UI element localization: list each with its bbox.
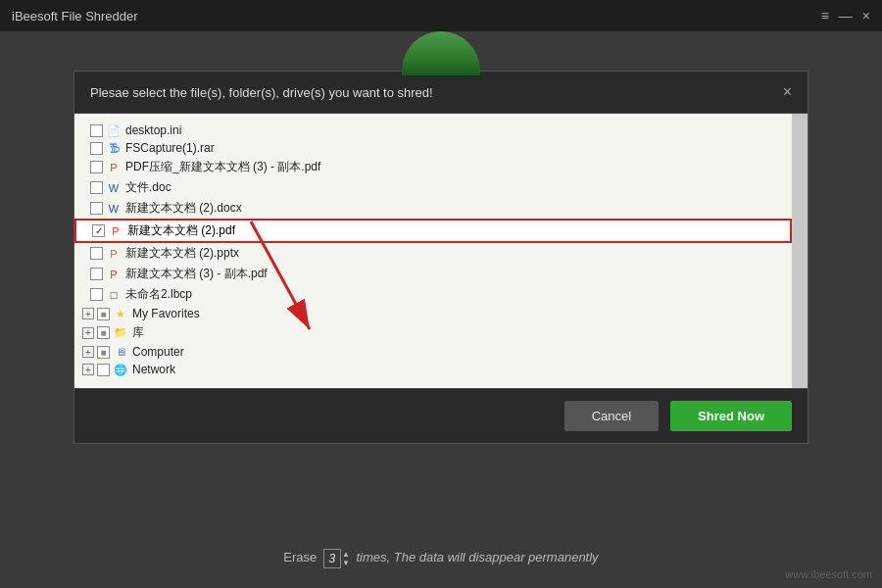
checkbox-computer[interactable]: ■: [97, 346, 110, 359]
checkbox-network[interactable]: [97, 364, 110, 376]
pdf-icon-3: P: [106, 268, 122, 281]
checkbox-library[interactable]: ■: [97, 326, 110, 339]
checkbox-xinjian2-docx[interactable]: [90, 202, 103, 215]
label-network: Network: [132, 363, 175, 376]
label-unnamed-lbcp: 未命名2.lbcp: [125, 286, 192, 303]
app-title: iBeesoft File Shredder: [12, 9, 138, 24]
tree-item-desktop-ini[interactable]: 📄 desktop.ini: [74, 122, 792, 139]
menu-icon[interactable]: ≡: [821, 8, 829, 24]
minimize-icon[interactable]: —: [839, 8, 853, 24]
app-background: Plesae select the file(s), folder(s), dr…: [0, 31, 882, 588]
file-select-dialog: Plesae select the file(s), folder(s), dr…: [74, 71, 808, 444]
tree-item-wenjian-doc[interactable]: W 文件.doc: [74, 177, 792, 198]
checkbox-my-favorites[interactable]: ■: [97, 308, 110, 320]
computer-icon: 🖥: [113, 345, 128, 359]
shred-now-button[interactable]: Shred Now: [670, 401, 792, 431]
label-xinjian3-pdf: 新建文本文档 (3) - 副本.pdf: [125, 266, 268, 282]
label-wenjian-doc: 文件.doc: [125, 179, 172, 196]
bottom-text: Erase 3 ▲ ▼ times, The data will disappe…: [0, 549, 882, 568]
pdf-icon-selected: P: [108, 224, 123, 238]
expand-library[interactable]: +: [82, 327, 94, 339]
checkbox-wenjian-doc[interactable]: [90, 181, 103, 194]
pptx-icon: P: [106, 247, 122, 261]
tree-item-xinjian3-pdf[interactable]: P 新建文本文档 (3) - 副本.pdf: [74, 264, 792, 284]
label-library: 库: [132, 324, 144, 341]
window-controls[interactable]: ≡ — ×: [821, 8, 870, 24]
tree-item-xinjian2-pptx[interactable]: P 新建文本文档 (2).pptx: [74, 243, 792, 264]
label-fscapture: FSCapture(1).rar: [125, 141, 215, 155]
network-icon: 🌐: [113, 363, 128, 376]
erase-value[interactable]: 3: [323, 549, 341, 568]
tree-item-library[interactable]: + ■ 📁 库: [74, 322, 792, 343]
dialog-close-button[interactable]: ×: [783, 83, 792, 101]
checkbox-xinjian3-pdf[interactable]: [90, 268, 103, 280]
checkbox-xinjian2-pdf[interactable]: ✓: [92, 224, 105, 237]
tree-item-pdf-compress[interactable]: P PDF压缩_新建文本文档 (3) - 副本.pdf: [74, 157, 792, 177]
dialog-header-text: Plesae select the file(s), folder(s), dr…: [90, 85, 433, 100]
pdf-icon-1: P: [106, 161, 122, 174]
label-xinjian2-pptx: 新建文本文档 (2).pptx: [125, 245, 239, 262]
label-desktop-ini: desktop.ini: [125, 123, 181, 137]
expand-computer[interactable]: +: [82, 346, 94, 358]
label-xinjian2-docx: 新建文本文档 (2).docx: [125, 200, 242, 217]
close-icon[interactable]: ×: [862, 8, 870, 24]
checkbox-unnamed-lbcp[interactable]: [90, 288, 103, 301]
expand-my-favorites[interactable]: +: [82, 308, 94, 319]
label-xinjian2-pdf: 新建文本文档 (2).pdf: [127, 222, 235, 239]
erase-increment[interactable]: ▲: [342, 550, 350, 559]
tree-item-xinjian2-pdf[interactable]: ✓ P 新建文本文档 (2).pdf: [74, 219, 792, 243]
tree-item-my-favorites[interactable]: + ■ ★ My Favorites: [74, 305, 792, 322]
tree-item-unnamed-lbcp[interactable]: □ 未命名2.lbcp: [74, 284, 792, 305]
shredder-icon: [402, 31, 480, 75]
label-computer: Computer: [132, 345, 184, 359]
doc-icon-1: W: [106, 181, 122, 195]
label-my-favorites: My Favorites: [132, 307, 200, 320]
dialog-header: Plesae select the file(s), folder(s), dr…: [74, 72, 808, 114]
checkbox-pdf-compress[interactable]: [90, 161, 103, 173]
erase-decrement[interactable]: ▼: [342, 559, 350, 567]
expand-network[interactable]: +: [82, 364, 94, 375]
checkbox-desktop-ini[interactable]: [90, 124, 103, 137]
tree-item-computer[interactable]: + ■ 🖥 Computer: [74, 343, 792, 361]
ini-icon: 📄: [106, 123, 122, 137]
shredder-icon-wrapper: [402, 31, 480, 75]
rar-icon: 🗜: [106, 141, 122, 155]
dialog-footer: Cancel Shred Now: [74, 388, 808, 443]
watermark: www.ibeesoft.com: [785, 568, 872, 580]
star-icon: ★: [113, 307, 128, 320]
checkbox-xinjian2-pptx[interactable]: [90, 247, 103, 260]
checkbox-fscapture[interactable]: [90, 142, 103, 155]
title-bar: iBeesoft File Shredder ≡ — ×: [0, 0, 882, 31]
lbcp-icon: □: [106, 288, 122, 302]
tree-item-xinjian2-docx[interactable]: W 新建文本文档 (2).docx: [74, 198, 792, 219]
docx-icon: W: [106, 202, 122, 216]
erase-label: Erase: [283, 550, 317, 564]
erase-suffix: times, The data will disappear permanent…: [357, 550, 599, 564]
label-pdf-compress: PDF压缩_新建文本文档 (3) - 副本.pdf: [125, 159, 320, 175]
tree-item-fscapture[interactable]: 🗜 FSCapture(1).rar: [74, 139, 792, 157]
tree-item-network[interactable]: + 🌐 Network: [74, 361, 792, 378]
folder-icon: 📁: [113, 326, 128, 340]
cancel-button[interactable]: Cancel: [564, 401, 659, 431]
file-tree[interactable]: 📄 desktop.ini 🗜 FSCapture(1).rar P PDF压缩…: [74, 114, 808, 388]
